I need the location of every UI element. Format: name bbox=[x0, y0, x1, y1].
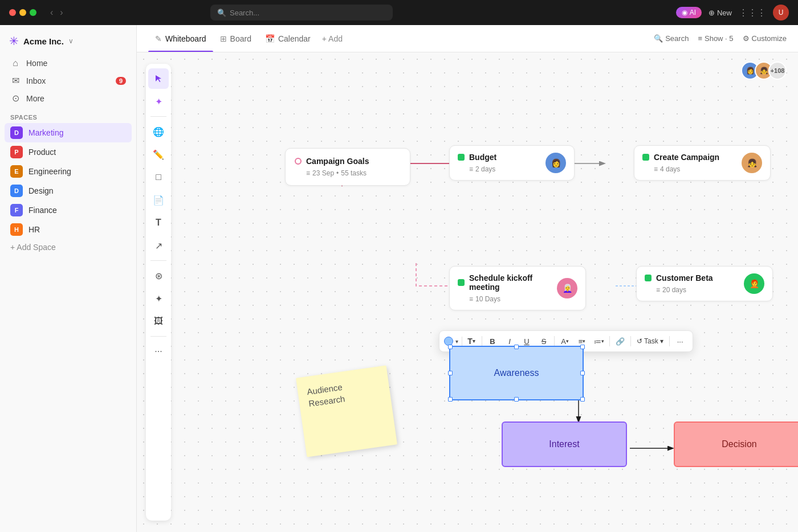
show-action[interactable]: ≡ Show · 5 bbox=[698, 34, 733, 43]
space-item-engineering[interactable]: E Engineering bbox=[5, 162, 132, 181]
budget-card[interactable]: Budget ≡ 2 days 👩 bbox=[449, 145, 575, 181]
handle-tm[interactable] bbox=[514, 345, 519, 349]
decision-label: Decision bbox=[722, 439, 756, 449]
create-campaign-card[interactable]: Create Campaign ≡ 4 days 👧 bbox=[634, 145, 771, 181]
sticky-tool[interactable]: 📄 bbox=[148, 190, 169, 210]
arrow-tool[interactable]: ↗ bbox=[148, 235, 169, 256]
customize-action[interactable]: ⚙ Customize bbox=[743, 34, 787, 43]
more-btn[interactable]: ··· bbox=[672, 333, 688, 349]
space-dot-marketing: D bbox=[10, 126, 23, 139]
sidebar-item-inbox[interactable]: ✉ Inbox 9 bbox=[5, 72, 132, 89]
more-icon: ⊙ bbox=[10, 93, 21, 104]
back-arrow[interactable]: ‹ bbox=[48, 6, 55, 19]
space-dot-finance: F bbox=[10, 204, 23, 216]
status-dot-cb bbox=[645, 275, 652, 281]
sticky-note[interactable]: Audience Research bbox=[296, 366, 397, 457]
new-button[interactable]: ⊕ New bbox=[709, 9, 732, 17]
grid-icon[interactable]: ⋮⋮⋮ bbox=[739, 7, 766, 18]
handle-tl[interactable] bbox=[448, 345, 453, 349]
schedule-kickoff-card[interactable]: Schedule kickoff meeting ≡ 10 Days 👩‍🦳 bbox=[449, 266, 586, 310]
space-label-finance: Finance bbox=[28, 206, 57, 215]
handle-tr[interactable] bbox=[580, 345, 585, 349]
select-tool[interactable] bbox=[148, 68, 169, 89]
sk-header: Schedule kickoff meeting bbox=[458, 273, 551, 292]
handle-mr[interactable] bbox=[580, 371, 585, 375]
user-avatar[interactable]: U bbox=[773, 5, 789, 21]
handle-bl[interactable] bbox=[448, 397, 453, 402]
space-dot-product: P bbox=[10, 146, 23, 158]
link-btn[interactable]: 🔗 bbox=[612, 333, 628, 349]
customer-beta-card[interactable]: Customer Beta ≡ 20 days 🧑‍🦰 bbox=[636, 266, 773, 301]
tab-whiteboard[interactable]: ✎ Whiteboard bbox=[148, 25, 213, 52]
tab-bar: ✎ Whiteboard ⊞ Board 📅 Calendar + Add 🔍 … bbox=[137, 25, 798, 52]
space-item-hr[interactable]: H HR bbox=[5, 220, 132, 239]
list-btn[interactable]: ≔ ▾ bbox=[591, 333, 607, 349]
budget-title: Budget bbox=[469, 153, 496, 162]
globe-tool[interactable]: 🌐 bbox=[148, 121, 169, 142]
status-dot-cc bbox=[642, 154, 649, 161]
budget-avatar: 👩 bbox=[545, 153, 566, 173]
sidebar-item-more[interactable]: ⊙ More bbox=[5, 89, 132, 107]
tab-bar-right: 🔍 Search ≡ Show · 5 ⚙ Customize bbox=[654, 34, 787, 43]
more-label: More bbox=[26, 94, 44, 103]
magic-tool[interactable]: ✦ bbox=[148, 91, 169, 112]
add-space-button[interactable]: + Add Space bbox=[5, 239, 132, 255]
add-tab-button[interactable]: + Add bbox=[317, 32, 347, 46]
meta-icon: ≡ bbox=[654, 165, 658, 173]
space-item-finance[interactable]: F Finance bbox=[5, 200, 132, 220]
cc-title: Create Campaign bbox=[654, 153, 719, 162]
rectangle-tool[interactable]: □ bbox=[148, 167, 169, 187]
task-btn[interactable]: ↺ Task ▾ bbox=[633, 333, 667, 349]
color-picker-chevron[interactable]: ▾ bbox=[455, 338, 458, 345]
sk-avatar: 👩‍🦳 bbox=[557, 278, 577, 298]
decision-shape[interactable]: Decision bbox=[674, 421, 798, 467]
status-dot-green bbox=[458, 154, 465, 161]
cb-header: Customer Beta bbox=[645, 273, 738, 283]
brand[interactable]: ✳ Acme Inc. ∨ bbox=[0, 32, 136, 55]
home-label: Home bbox=[26, 59, 47, 68]
close-window-btn[interactable] bbox=[9, 9, 16, 16]
image-tool[interactable]: 🖼 bbox=[148, 311, 169, 332]
text-tool[interactable]: T bbox=[148, 212, 169, 233]
campaign-goals-card[interactable]: Campaign Goals ≡ 23 Sep • 55 tasks bbox=[285, 148, 410, 186]
space-dot-engineering: E bbox=[10, 165, 23, 178]
more-tools-btn[interactable]: ··· bbox=[148, 341, 169, 362]
space-item-product[interactable]: P Product bbox=[5, 142, 132, 162]
top-search-bar[interactable]: 🔍 Search... bbox=[210, 5, 393, 21]
sparkle-tool[interactable]: ✦ bbox=[148, 288, 169, 309]
minimize-window-btn[interactable] bbox=[19, 9, 26, 16]
handle-ml[interactable] bbox=[448, 371, 453, 375]
space-dot-hr: H bbox=[10, 223, 23, 236]
tool-divider-2 bbox=[150, 260, 166, 261]
forward-arrow[interactable]: › bbox=[58, 6, 65, 19]
sidebar: ✳ Acme Inc. ∨ ⌂ Home ✉ Inbox 9 ⊙ More Sp… bbox=[0, 25, 137, 532]
tab-board[interactable]: ⊞ Board bbox=[213, 25, 258, 52]
space-item-marketing[interactable]: D Marketing bbox=[5, 123, 132, 142]
maximize-window-btn[interactable] bbox=[30, 9, 36, 16]
search-placeholder: Search... bbox=[230, 9, 259, 17]
whiteboard-canvas[interactable]: 👩 👧 +108 Campaign Goals ≡ 23 Sep • 55 ta… bbox=[137, 52, 798, 532]
cb-duration: 20 days bbox=[662, 286, 686, 294]
card-tasks: 55 tasks bbox=[341, 169, 367, 177]
handle-br[interactable] bbox=[580, 397, 585, 402]
interest-shape[interactable]: Interest bbox=[502, 421, 627, 467]
budget-duration: 2 days bbox=[475, 165, 495, 173]
search-action[interactable]: 🔍 Search bbox=[654, 34, 689, 43]
meta-icon: ≡ bbox=[656, 286, 660, 294]
awareness-label: Awareness bbox=[494, 368, 539, 378]
card-date: 23 Sep bbox=[312, 169, 334, 177]
connect-tool[interactable]: ⊛ bbox=[148, 265, 169, 286]
avatar-count: +108 bbox=[768, 62, 787, 80]
cc-duration: 4 days bbox=[660, 165, 680, 173]
sidebar-item-home[interactable]: ⌂ Home bbox=[5, 55, 132, 72]
space-item-design[interactable]: D Design bbox=[5, 181, 132, 200]
ai-button[interactable]: ◉ AI bbox=[676, 7, 702, 18]
sidebar-nav: ⌂ Home ✉ Inbox 9 ⊙ More bbox=[0, 55, 136, 107]
status-dot bbox=[295, 158, 302, 165]
pen-tool[interactable]: ✏️ bbox=[148, 144, 169, 165]
handle-bm[interactable] bbox=[514, 397, 519, 402]
tab-calendar[interactable]: 📅 Calendar bbox=[258, 25, 317, 52]
awareness-shape[interactable]: Awareness bbox=[449, 346, 584, 400]
budget-meta: ≡ 2 days bbox=[458, 165, 540, 173]
cb-title: Customer Beta bbox=[656, 273, 713, 283]
